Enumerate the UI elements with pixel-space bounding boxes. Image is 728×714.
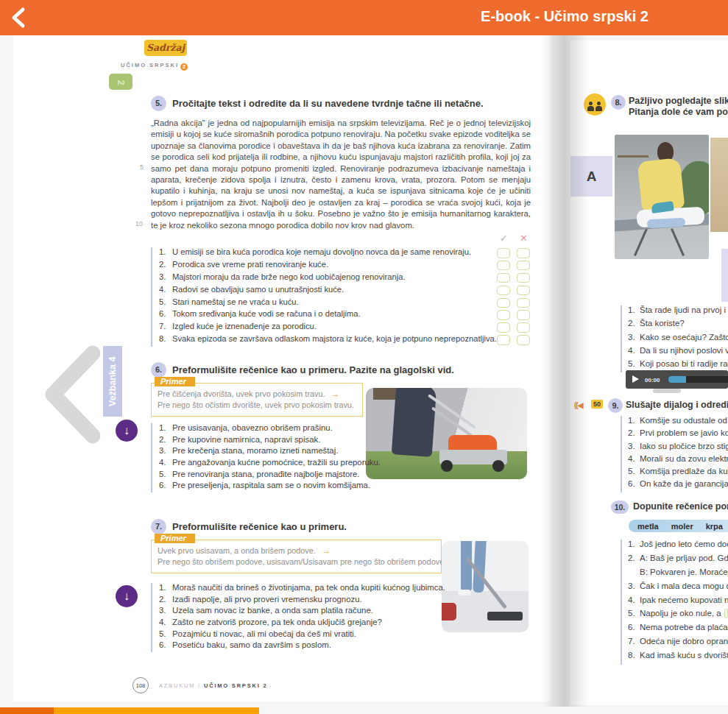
question-row: 4.Da li su njihovi poslovi važn: [628, 346, 728, 359]
audio-progress-fill: [668, 376, 686, 383]
fill-in-input[interactable]: [724, 609, 728, 618]
ironing-photo: [615, 135, 709, 259]
person-glyph: [587, 102, 594, 111]
image-label-band: A: [570, 156, 612, 197]
exercise8-title-line2: Pitanja dole će vam pom: [629, 107, 728, 119]
image-label-a: A: [570, 156, 612, 197]
statement-row: 1.U emisiji se bira kuća porodica koje n…: [159, 247, 497, 260]
checkbox-tacno[interactable]: [497, 273, 510, 283]
unit-tab-badge[interactable]: 2: [109, 74, 132, 90]
audio-track-badge: 50: [591, 400, 603, 409]
page-number-badge: 108: [132, 677, 149, 693]
primer-label: Primer: [155, 377, 195, 386]
checkbox-netacno[interactable]: [517, 298, 530, 308]
word-bank-item: moler: [671, 522, 693, 531]
list-item: 3.Iako su pločice brzo stigle, n: [628, 442, 728, 454]
checkbox-netacno[interactable]: [517, 261, 530, 271]
exercise10-number: 10.: [611, 501, 629, 514]
list-item: 1.Još jedno leto ćemo dočeka: [628, 540, 728, 554]
right-book-page: 8. Pažljivo pogledajte slike Pitanja dol…: [570, 40, 728, 705]
arrow-right-icon: →: [322, 545, 331, 556]
list-item: 4.Ipak nećemo kupovati nam: [628, 595, 728, 609]
list-item: 1.Komšije su odustale od kreč: [628, 416, 728, 428]
exercise9-items: 1.Komšije su odustale od kreč 2.Prvi pro…: [621, 416, 728, 492]
primer-label: Primer: [155, 534, 195, 543]
exercise5-number: 5.: [151, 96, 166, 111]
speaker-icon: ((◀: [574, 401, 582, 409]
app-header: E-book - Učimo srpski 2: [0, 0, 728, 35]
exercise7-number: 7.: [151, 519, 166, 534]
list-item: 3.Uzela sam novac iz banke, a onda sam p…: [159, 606, 460, 618]
true-false-checkbox-grid: [497, 248, 530, 345]
statement-row: 3.Majstori moraju da rade brže nego kod …: [159, 272, 497, 285]
exercise8-title-line1: Pažljivo pogledajte slike: [629, 96, 728, 107]
line-number-10: 10: [135, 220, 143, 227]
exercise6-number: 6.: [151, 362, 166, 378]
list-item: 1.Pre usisavanja, obavezno obrišem praši…: [159, 423, 445, 435]
checkbox-tacno[interactable]: [497, 298, 510, 308]
photo-detail: [671, 228, 685, 256]
image-label-band-edge: [721, 249, 728, 302]
chevron-left-icon: [7, 6, 32, 29]
down-arrow-icon: ↓: [124, 590, 130, 602]
list-item: 2.Prvi problem se javio kod iz: [628, 428, 728, 441]
check-icon: ✓: [500, 233, 508, 244]
exercise9-number: 9.: [608, 398, 623, 413]
back-button[interactable]: [7, 6, 32, 29]
list-item: 4.Zašto ne zatvoriš prozore, pa tek onda…: [159, 618, 460, 629]
photo-detail: [618, 155, 649, 158]
checkbox-netacno[interactable]: [517, 286, 530, 296]
list-item: 5.Komšija predlaže da kupe p: [628, 467, 728, 479]
audio-player: 00:00: [626, 370, 728, 389]
word-bank-item: krpa: [706, 522, 723, 531]
exercise6-title: Preformulišite rečenice kao u primeru. P…: [172, 364, 454, 375]
checkbox-tacno[interactable]: [497, 286, 510, 296]
arrow-right-icon: →: [331, 389, 340, 399]
list-item: 8.Kad imaš kuću s dvorištem,: [628, 651, 728, 665]
drag-handle[interactable]: [653, 389, 681, 393]
word-bank-item: metla: [637, 522, 659, 531]
play-button[interactable]: [632, 375, 639, 383]
bottom-progress-segment: [54, 707, 259, 714]
checkbox-tacno[interactable]: [497, 335, 510, 345]
list-item: 4.Pre angažovanja kućne pomoćnice, traži…: [159, 458, 445, 470]
checkbox-tacno[interactable]: [497, 310, 510, 320]
second-photo-edge: [710, 138, 728, 232]
exercise6-primer-box: Primer Pre čišćenja dvorišta, uvek prvo …: [151, 383, 363, 417]
checkbox-netacno[interactable]: [517, 248, 530, 258]
exercise5-reading-text: „Radna akcija" je jedna od najpopularnij…: [151, 118, 531, 231]
list-item: B: Pokvaren je. Moraćeš da: [628, 568, 728, 582]
exercise5-title: Pročitajte tekst i odredite da li su nav…: [172, 98, 484, 109]
checkbox-netacno[interactable]: [517, 322, 530, 333]
statement-row: 4.Radovi se obavljaju samo u unutrašnjos…: [159, 285, 497, 297]
download-button[interactable]: ↓: [116, 420, 138, 442]
exercise5-statements: 1.U emisiji se bira kuća porodica koje n…: [151, 247, 497, 347]
photo-detail: [461, 541, 472, 593]
photo-detail: [492, 460, 504, 472]
statement-row: 7.Izgled kuće je iznenađenje za porodicu…: [159, 322, 497, 334]
series-badge: 2: [180, 63, 188, 71]
checkbox-tacno[interactable]: [497, 322, 510, 333]
exercise7-items: 1.Moraš naučiti da brineš o životinjama,…: [151, 583, 460, 652]
previous-page-button[interactable]: [35, 343, 116, 449]
app-title: E-book - Učimo srpski 2: [477, 8, 652, 25]
list-item: 3.Čak i mala deca mogu da uz: [628, 582, 728, 595]
checkbox-netacno[interactable]: [517, 335, 530, 345]
list-item: 6.On kaže da je garancija pred: [628, 479, 728, 492]
exercise7-title: Preformulišite rečenice kao u primeru.: [172, 521, 347, 532]
list-item: 5.Napolju je oko nule, a: [628, 609, 728, 623]
checkbox-tacno[interactable]: [497, 261, 510, 271]
statement-row: 5.Stari nameštaj se ne vraća u kuću.: [159, 297, 497, 310]
person-glyph: [596, 102, 602, 111]
checkbox-tacno[interactable]: [497, 248, 510, 258]
list-item: 3.Pre krečenja stana, moramo izneti name…: [159, 446, 445, 458]
photo-detail: [487, 612, 523, 621]
download-button[interactable]: ↓: [116, 585, 138, 607]
audio-progress-track[interactable]: [668, 376, 728, 383]
exercise10-items: 1.Još jedno leto ćemo dočeka 2.A: Baš je…: [621, 540, 728, 665]
checkbox-netacno[interactable]: [517, 310, 530, 320]
table-of-contents-button[interactable]: Sadržaj: [144, 40, 187, 56]
checkbox-netacno[interactable]: [517, 273, 530, 283]
list-item: 7.Odeća nije dobro oprana. D: [628, 637, 728, 651]
exercise9-title: Slušajte dijalog i odredi: [626, 400, 728, 411]
